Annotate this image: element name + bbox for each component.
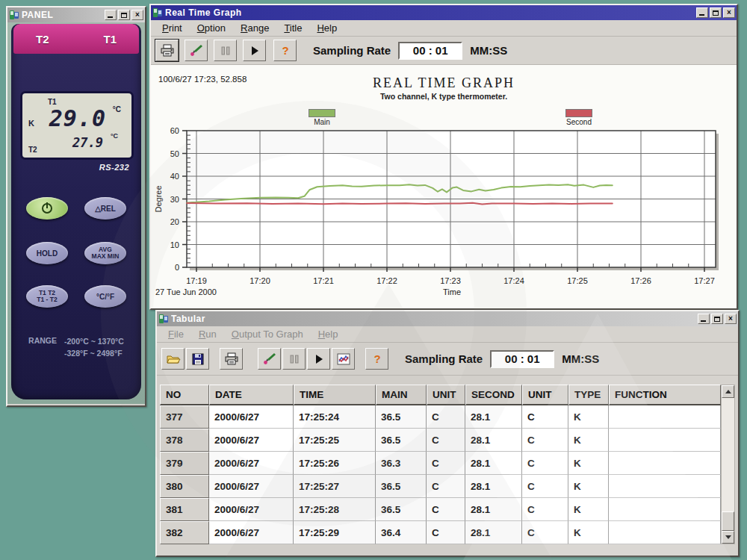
arrow-up-icon xyxy=(725,390,731,393)
line-chart: 17:1917:2017:2117:2217:2317:2417:2517:26… xyxy=(151,114,737,301)
print-button[interactable] xyxy=(155,40,179,61)
play-button[interactable] xyxy=(243,40,266,61)
tabular-app-icon xyxy=(158,314,169,324)
device-button-row-3: T1 T2 T1 - T2 °C/°F xyxy=(11,285,141,308)
table-cell: C xyxy=(522,452,568,475)
table-row[interactable]: 3782000/6/2717:25:2536.5C28.1CK xyxy=(160,429,721,452)
hold-button-label: HOLD xyxy=(37,249,58,258)
column-header-type-7[interactable]: TYPE xyxy=(568,385,609,405)
open-button[interactable] xyxy=(161,348,185,370)
scrollbar-track[interactable] xyxy=(722,398,734,531)
hold-button[interactable]: HOLD xyxy=(26,242,68,264)
sampling-rate-label: Sampling Rate xyxy=(313,44,391,57)
panel-minimize-button[interactable] xyxy=(105,10,117,20)
table-cell: 379 xyxy=(160,452,209,475)
menu-item-range[interactable]: Range xyxy=(234,21,276,35)
table-row[interactable]: 3772000/6/2717:25:2436.5C28.1CK xyxy=(160,405,721,429)
table-cell: K xyxy=(568,475,609,498)
menu-item-run[interactable]: Run xyxy=(192,327,223,341)
table-row[interactable]: 3802000/6/2717:25:2736.5C28.1CK xyxy=(160,475,721,498)
pen-button[interactable] xyxy=(185,40,208,61)
table-cell: K xyxy=(568,521,609,544)
help-button[interactable]: ? xyxy=(365,348,388,370)
menu-item-option[interactable]: Option xyxy=(190,21,232,35)
table-cell: 28.1 xyxy=(465,429,522,452)
table-cell: 2000/6/27 xyxy=(209,405,294,429)
device-button-row-2: HOLD AVG MAX MIN xyxy=(11,242,141,264)
column-header-unit-4[interactable]: UNIT xyxy=(427,385,465,405)
table-cell: 380 xyxy=(160,475,209,498)
lcd-channel2-label: T2 xyxy=(28,146,37,154)
power-button[interactable] xyxy=(26,197,68,220)
svg-text:20: 20 xyxy=(170,217,179,226)
celsius-fahrenheit-button[interactable]: °C/°F xyxy=(84,285,126,308)
range-fahrenheit: -328°F ~ 2498°F xyxy=(64,348,124,360)
menu-item-file[interactable]: File xyxy=(161,327,190,341)
graph-window-title: Real Time Graph xyxy=(165,7,694,18)
play-button[interactable] xyxy=(307,348,330,370)
pause-button xyxy=(282,348,306,370)
pen-button[interactable] xyxy=(258,348,281,370)
menu-item-output-to-graph[interactable]: Output To Graph xyxy=(225,327,310,341)
table-cell: C xyxy=(522,521,568,544)
table-row[interactable]: 3822000/6/2717:25:2936.4C28.1CK xyxy=(160,521,721,544)
svg-text:50: 50 xyxy=(170,149,179,158)
table-row[interactable]: 3792000/6/2717:25:2636.3C28.1CK xyxy=(160,452,721,475)
graph-minimize-button[interactable] xyxy=(696,7,708,18)
table-cell: 2000/6/27 xyxy=(209,521,294,544)
menu-item-print[interactable]: Print xyxy=(155,21,189,35)
table-cell: 36.5 xyxy=(376,405,427,429)
sampling-rate-unit: MM:SS xyxy=(562,352,599,365)
print-button[interactable] xyxy=(220,348,243,370)
column-header-no-0[interactable]: NO xyxy=(160,385,209,405)
graph-close-button[interactable]: × xyxy=(723,7,735,18)
column-header-second-5[interactable]: SECOND xyxy=(465,385,522,405)
column-header-date-1[interactable]: DATE xyxy=(209,385,294,405)
column-header-main-3[interactable]: MAIN xyxy=(376,385,427,405)
avg-max-min-button[interactable]: AVG MAX MIN xyxy=(84,242,126,264)
panel-maximize-button[interactable] xyxy=(118,10,130,20)
panel-app-icon xyxy=(9,10,19,20)
table-cell: C xyxy=(522,498,568,521)
scrollbar-thumb[interactable] xyxy=(722,511,734,531)
tabular-maximize-button[interactable] xyxy=(711,314,723,324)
panel-window-title: PANEL xyxy=(22,10,102,20)
help-icon: ? xyxy=(278,44,293,57)
table-vertical-scrollbar[interactable] xyxy=(721,385,735,544)
column-header-function-8[interactable]: FUNCTION xyxy=(609,385,721,405)
table-cell: 36.5 xyxy=(376,429,427,452)
table-cell: 2000/6/27 xyxy=(209,429,294,452)
menu-item-title[interactable]: Title xyxy=(277,21,309,35)
save-button[interactable] xyxy=(186,348,209,370)
column-header-time-2[interactable]: TIME xyxy=(294,385,376,405)
menu-item-help[interactable]: Help xyxy=(311,327,345,341)
menu-item-help[interactable]: Help xyxy=(310,21,344,35)
table-row[interactable]: 3812000/6/2717:25:2836.5C28.1CK xyxy=(160,498,721,521)
scroll-up-button[interactable] xyxy=(722,385,734,398)
graph-maximize-button[interactable] xyxy=(710,7,722,18)
desktop: { "panel_window": { "title": "PANEL", "d… xyxy=(0,0,747,560)
lcd-main-unit: °C xyxy=(113,105,121,113)
tabular-minimize-button[interactable] xyxy=(698,314,710,324)
t1-t2-button[interactable]: T1 T2 T1 - T2 xyxy=(26,285,68,308)
lcd-type-label: K xyxy=(28,119,34,128)
panel-close-button[interactable]: × xyxy=(131,10,143,20)
graph-app-icon xyxy=(152,7,163,18)
column-header-unit-6[interactable]: UNIT xyxy=(522,385,568,405)
save-icon xyxy=(190,352,205,366)
data-table: NODATETIMEMAINUNITSECONDUNITTYPEFUNCTION… xyxy=(160,385,721,544)
lcd-main-value: 29.0 xyxy=(49,105,106,131)
sampling-rate-field[interactable]: 00 : 01 xyxy=(490,350,554,368)
rel-button-label: △REL xyxy=(95,205,116,213)
sampling-rate-field[interactable]: 00 : 01 xyxy=(398,42,462,60)
table-cell: 36.5 xyxy=(376,498,427,521)
scroll-down-button[interactable] xyxy=(722,531,734,544)
table-cell: 381 xyxy=(160,498,209,521)
rel-button[interactable]: △REL xyxy=(84,197,126,220)
range-label: RANGE xyxy=(28,336,57,360)
table-cell: 17:25:27 xyxy=(294,475,376,498)
tabular-close-button[interactable]: × xyxy=(725,314,737,324)
help-button[interactable]: ? xyxy=(273,40,297,61)
table-cell: 28.1 xyxy=(465,452,522,475)
chart-button[interactable] xyxy=(332,348,355,370)
